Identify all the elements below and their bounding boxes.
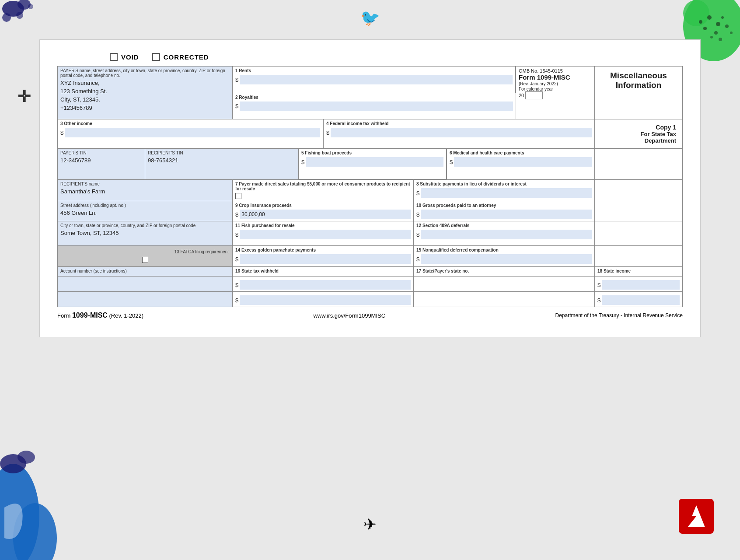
- field16-input1[interactable]: [240, 280, 411, 290]
- street-cell: Street address (including apt. no.) 456 …: [58, 201, 232, 221]
- row-4: RECIPIENT'S name Samantha's Farm 7 Payer…: [58, 180, 682, 201]
- field13-label: 13 FATCA filing requirement: [61, 249, 229, 254]
- field6-input[interactable]: [454, 157, 592, 167]
- field16-row2: $: [233, 292, 414, 307]
- row-2: 3 Other income $ 4 Federal income tax wi…: [58, 119, 682, 149]
- misc-title-line2: Information: [601, 80, 676, 90]
- field13-checkbox[interactable]: [142, 257, 148, 263]
- decorative-bottomleft: [0, 429, 87, 560]
- field12-dollar: $: [416, 230, 592, 239]
- account-cell1: [58, 276, 233, 291]
- field3-input[interactable]: [65, 128, 320, 137]
- field11-input[interactable]: [240, 230, 411, 239]
- void-checkbox-label[interactable]: VOID: [110, 53, 139, 61]
- field14-label: 14 Excess golden parachute payments: [235, 248, 411, 252]
- field16-dollar1: $: [235, 280, 411, 290]
- field16-dollar2: $: [235, 295, 411, 305]
- field14-dollar: $: [235, 254, 411, 264]
- payer-city: City, ST, 12345.: [60, 96, 230, 103]
- payer-tin-value: 12-3456789: [60, 157, 142, 164]
- field15-input[interactable]: [421, 254, 592, 264]
- field1-cell: 1 Rents $: [233, 66, 516, 93]
- field5-input[interactable]: [306, 157, 443, 167]
- field16-input2[interactable]: [240, 295, 411, 305]
- recipient-name-label: RECIPIENT'S name: [60, 182, 230, 186]
- recipient-tin-label: RECIPIENT'S TIN: [148, 150, 296, 155]
- field4-label: 4 Federal income tax withheld: [326, 121, 592, 126]
- field7-label: 7 Payer made direct sales totaling $5,00…: [235, 182, 411, 191]
- bird-bottom-decoration: ✈: [363, 515, 377, 534]
- field10-dollar: $: [416, 210, 592, 219]
- field16-label: 16 State tax withheld: [235, 269, 411, 273]
- calendar-year-value: 20: [519, 93, 524, 98]
- payer-name: XYZ Insurance,: [60, 80, 230, 86]
- street-value: 456 Green Ln.: [60, 210, 230, 216]
- field1-input[interactable]: [240, 75, 513, 84]
- corrected-checkbox-label[interactable]: CORRECTED: [152, 53, 209, 61]
- field1-dollar: $: [235, 75, 513, 84]
- svg-point-3: [16, 12, 23, 19]
- field3-dollar: $: [60, 128, 320, 137]
- svg-point-13: [725, 24, 729, 28]
- city-cell: City or town, state or province, country…: [58, 221, 232, 245]
- field12-input[interactable]: [421, 230, 592, 239]
- field8-dollar: $: [416, 188, 592, 198]
- field18-dollar2: $: [597, 295, 680, 305]
- recipient-name-cell: RECIPIENT'S name Samantha's Farm: [58, 180, 232, 201]
- field4-cell: 4 Federal income tax withheld $: [324, 119, 595, 148]
- field8-cell: 8 Substitute payments in lieu of dividen…: [414, 180, 595, 201]
- copy-cell: Copy 1 For State Tax Department: [595, 119, 682, 148]
- field7-checkbox[interactable]: [235, 193, 241, 199]
- field4-input[interactable]: [331, 128, 592, 137]
- field14-input[interactable]: [240, 254, 411, 264]
- field11-cell: 11 Fish purchased for resale $: [233, 221, 414, 245]
- empty-title-area: [595, 149, 682, 179]
- field6-dollar: $: [450, 157, 592, 167]
- field11-label: 11 Fish purchased for resale: [235, 223, 411, 228]
- form-name: Form 1099-MISC: [519, 74, 570, 81]
- field16-header: 16 State tax withheld: [233, 267, 414, 276]
- payer-address-label: PAYER'S name, street address, city or to…: [60, 68, 230, 78]
- svg-point-9: [703, 27, 707, 30]
- field18-input1[interactable]: [602, 280, 680, 290]
- field2-dollar: $: [235, 102, 513, 111]
- field10-input[interactable]: [421, 210, 592, 219]
- field15-dollar: $: [416, 254, 592, 264]
- field9-input[interactable]: [240, 210, 411, 219]
- void-checkbox[interactable]: [110, 53, 118, 61]
- svg-point-14: [710, 36, 713, 38]
- field12-cell: 12 Section 409A deferrals $: [414, 221, 595, 245]
- year-input[interactable]: [525, 91, 543, 99]
- field9-cell: 9 Crop insurance proceeds $: [233, 201, 414, 221]
- field4-dollar: $: [326, 128, 592, 137]
- field9-label: 9 Crop insurance proceeds: [235, 203, 411, 208]
- corrected-checkbox[interactable]: [152, 53, 160, 61]
- svg-point-8: [707, 15, 712, 20]
- svg-point-2: [2, 13, 11, 22]
- row-5: Street address (including apt. no.) 456 …: [58, 201, 682, 221]
- field15-label: 15 Nonqualified deferred compensation: [416, 248, 592, 252]
- recipient-tin-value: 98-7654321: [148, 157, 296, 164]
- svg-point-16: [730, 32, 733, 34]
- field2-input[interactable]: [240, 102, 513, 111]
- field3-cell: 3 Other income $: [58, 119, 323, 148]
- svg-point-6: [683, 0, 709, 26]
- svg-point-11: [714, 31, 718, 35]
- field5-cell: 5 Fishing boat proceeds $: [299, 149, 447, 179]
- row-10: $ $: [58, 292, 682, 307]
- city-value: Some Town, ST, 12345: [60, 230, 230, 236]
- form-container: VOID CORRECTED PAYER'S name, street addr…: [39, 39, 701, 337]
- field2-label: 2 Royalties: [235, 95, 513, 100]
- decorative-bottomright: [679, 499, 714, 534]
- omb-cell: OMB No. 1545-0115 Form 1099-MISC (Rev. J…: [516, 66, 595, 119]
- field18-input2[interactable]: [602, 295, 680, 305]
- empty-area2: [595, 180, 682, 201]
- empty-area4: [595, 221, 682, 245]
- footer-rev: (Rev. 1-2022): [109, 312, 144, 319]
- payer-address: 123 Something St.: [60, 88, 230, 94]
- svg-point-12: [721, 16, 724, 19]
- street-label: Street address (including apt. no.): [60, 203, 230, 208]
- copy-label: Copy 1: [656, 124, 676, 131]
- field8-label: 8 Substitute payments in lieu of dividen…: [416, 182, 592, 186]
- field8-input[interactable]: [421, 188, 592, 198]
